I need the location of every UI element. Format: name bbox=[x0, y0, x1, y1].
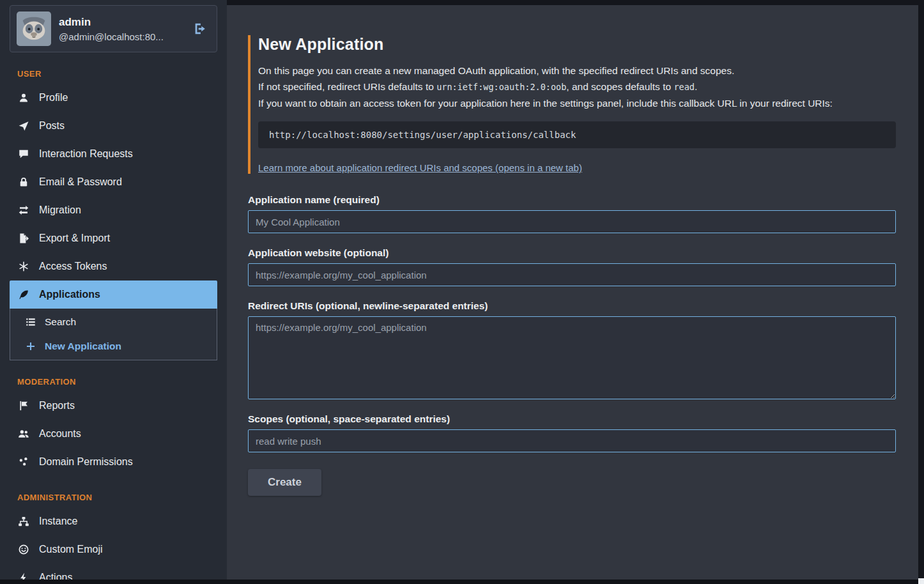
plus-icon bbox=[24, 341, 37, 352]
scopes-label: Scopes (optional, space-separated entrie… bbox=[248, 413, 896, 425]
redirect-uris-label: Redirect URIs (optional, newline-separat… bbox=[248, 300, 896, 312]
sidebar-item-new-application[interactable]: New Application bbox=[10, 334, 217, 358]
sidebar-item-domain-permissions[interactable]: Domain Permissions bbox=[10, 448, 217, 476]
create-button[interactable]: Create bbox=[248, 469, 321, 496]
user-handle: @admin@localhost:80... bbox=[59, 31, 164, 42]
sidebar-item-label: Custom Emoji bbox=[39, 544, 103, 555]
sidebar-item-label: Reports bbox=[39, 400, 75, 411]
sidebar-item-export-import[interactable]: Export & Import bbox=[10, 224, 217, 252]
user-name: admin bbox=[59, 16, 164, 29]
sidebar-item-accounts[interactable]: Accounts bbox=[10, 420, 217, 448]
page-header: New Application On this page you can cre… bbox=[248, 35, 896, 174]
sidebar-item-email-password[interactable]: Email & Password bbox=[10, 168, 217, 196]
sidebar-item-label: Interaction Requests bbox=[39, 148, 133, 160]
flag-icon bbox=[17, 400, 30, 411]
sidebar: admin @admin@localhost:80... USER Profil… bbox=[0, 0, 227, 584]
sidebar-item-label: Search bbox=[45, 316, 76, 328]
section-heading-moderation: MODERATION bbox=[17, 377, 210, 387]
sidebar-item-applications[interactable]: Applications bbox=[10, 280, 217, 309]
sidebar-item-label: New Application bbox=[45, 341, 121, 352]
section-heading-user: USER bbox=[17, 69, 210, 79]
user-card[interactable]: admin @admin@localhost:80... bbox=[10, 5, 217, 52]
lock-icon bbox=[17, 176, 30, 188]
applications-group: Applications Search New Application bbox=[10, 280, 217, 360]
page-title: New Application bbox=[258, 35, 896, 54]
main-area: New Application On this page you can cre… bbox=[227, 0, 924, 584]
exchange-arrows-icon bbox=[17, 204, 30, 216]
application-website-input[interactable] bbox=[248, 263, 896, 286]
horizontal-scrollbar[interactable] bbox=[0, 580, 918, 584]
list-icon bbox=[24, 316, 37, 328]
application-name-input[interactable] bbox=[248, 210, 896, 233]
sidebar-item-label: Email & Password bbox=[39, 176, 122, 188]
asterisk-icon bbox=[17, 261, 30, 272]
feather-icon bbox=[17, 289, 30, 300]
user-meta: admin @admin@localhost:80... bbox=[59, 16, 164, 42]
redirect-uris-textarea[interactable] bbox=[248, 316, 896, 399]
sidebar-item-applications-search[interactable]: Search bbox=[10, 310, 217, 334]
scopes-field: Scopes (optional, space-separated entrie… bbox=[248, 413, 896, 452]
file-export-icon bbox=[17, 233, 30, 244]
intro-line-1: On this page you can create a new manage… bbox=[258, 63, 896, 79]
application-website-field: Application website (optional) bbox=[248, 247, 896, 286]
sidebar-item-label: Access Tokens bbox=[39, 261, 107, 272]
sidebar-item-migration[interactable]: Migration bbox=[10, 196, 217, 224]
intro-line-3: If you want to obtain an access token fo… bbox=[258, 95, 896, 111]
scrollbar-corner bbox=[918, 578, 924, 584]
learn-more-link[interactable]: Learn more about application redirect UR… bbox=[258, 162, 582, 173]
cluster-dots-icon bbox=[17, 456, 30, 468]
sitemap-icon bbox=[17, 516, 30, 527]
application-name-label: Application name (required) bbox=[248, 194, 896, 206]
sidebar-item-reports[interactable]: Reports bbox=[10, 392, 217, 420]
new-application-form: Application name (required) Application … bbox=[248, 194, 896, 496]
sidebar-item-label: Instance bbox=[39, 516, 77, 527]
main-panel: New Application On this page you can cre… bbox=[227, 5, 918, 580]
user-avatar bbox=[17, 12, 51, 46]
sidebar-item-interaction-requests[interactable]: Interaction Requests bbox=[10, 140, 217, 168]
sidebar-item-profile[interactable]: Profile bbox=[10, 84, 217, 112]
applications-submenu: Search New Application bbox=[10, 309, 217, 360]
redirect-uris-field: Redirect URIs (optional, newline-separat… bbox=[248, 300, 896, 399]
inline-code-oob: urn:ietf:wg:oauth:2.0:oob bbox=[436, 82, 566, 92]
sidebar-nav: USER Profile Posts Interaction Requests … bbox=[10, 69, 217, 584]
scopes-input[interactable] bbox=[248, 429, 896, 452]
sidebar-item-label: Migration bbox=[39, 204, 81, 216]
comments-icon bbox=[17, 148, 30, 160]
user-icon bbox=[17, 92, 30, 104]
smiley-icon bbox=[17, 544, 30, 555]
sidebar-item-label: Export & Import bbox=[39, 233, 110, 244]
sidebar-item-label: Profile bbox=[39, 92, 68, 104]
application-website-label: Application website (optional) bbox=[248, 247, 896, 259]
section-heading-administration: ADMINISTRATION bbox=[17, 493, 210, 502]
sidebar-item-label: Domain Permissions bbox=[39, 456, 133, 468]
users-icon bbox=[17, 428, 30, 440]
sidebar-item-access-tokens[interactable]: Access Tokens bbox=[10, 252, 217, 280]
sidebar-item-custom-emoji[interactable]: Custom Emoji bbox=[10, 535, 217, 564]
callback-url-codeblock: http://localhost:8080/settings/user/appl… bbox=[258, 121, 896, 148]
inline-code-read: read bbox=[674, 82, 695, 92]
sidebar-item-label: Applications bbox=[39, 289, 100, 300]
sign-out-icon[interactable] bbox=[193, 22, 207, 36]
sidebar-item-label: Accounts bbox=[39, 428, 81, 440]
paper-plane-icon bbox=[17, 120, 30, 132]
sidebar-item-label: Posts bbox=[39, 120, 65, 132]
sidebar-item-instance[interactable]: Instance bbox=[10, 507, 217, 535]
application-name-field: Application name (required) bbox=[248, 194, 896, 233]
intro-line-2: If not specified, redirect URIs defaults… bbox=[258, 79, 896, 95]
sidebar-item-posts[interactable]: Posts bbox=[10, 112, 217, 140]
